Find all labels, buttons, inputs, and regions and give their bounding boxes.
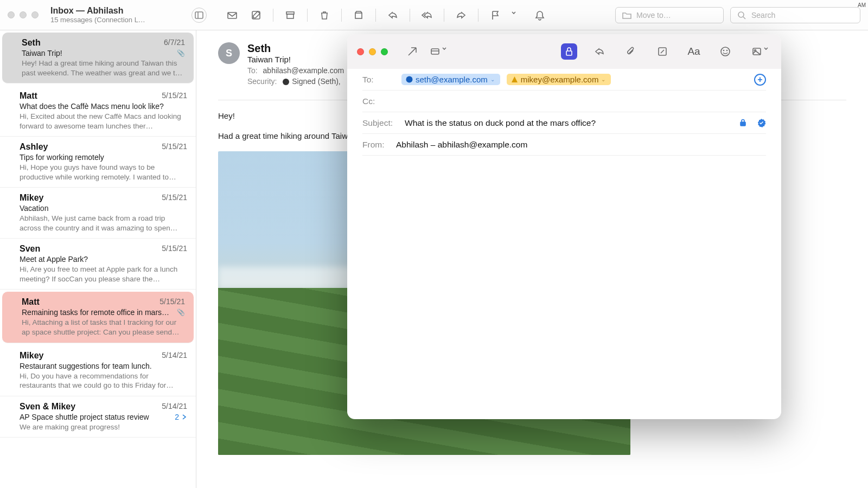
thread-count: 2 — [175, 413, 187, 421]
search-placeholder: Search — [751, 11, 775, 20]
reader-sender-name: Seth — [247, 42, 344, 55]
list-icon — [430, 46, 441, 57]
message-row[interactable]: Mikey5/15/21 Vacation Abhilash, We just … — [0, 188, 196, 239]
window-close-dot[interactable] — [8, 11, 15, 18]
msg-preview: Hi, Do you have a recommendations for re… — [20, 371, 187, 390]
msg-preview: Hi, Excited about the new Caffè Macs and… — [20, 112, 187, 131]
window-max-dot[interactable] — [31, 11, 39, 18]
reader-security-label: Security: — [247, 77, 277, 86]
msg-subject: What does the Caffè Macs menu look like? — [20, 102, 187, 111]
msg-sender: Seth — [22, 38, 41, 48]
compose-max-dot[interactable] — [381, 48, 388, 55]
move-to-placeholder: Move to… — [636, 11, 671, 20]
msg-subject: Tips for working remotely — [20, 153, 187, 162]
reply-icon — [387, 10, 398, 21]
forward-icon — [456, 10, 467, 21]
compose-close-dot[interactable] — [357, 48, 364, 55]
archive-button[interactable] — [281, 7, 299, 23]
toolbar-separator — [410, 9, 410, 22]
svg-point-14 — [721, 47, 730, 56]
send-button[interactable] — [403, 42, 422, 61]
msg-subject: Vacation — [20, 204, 187, 213]
flag-button[interactable] — [486, 7, 505, 23]
junk-button[interactable] — [349, 7, 368, 23]
message-list[interactable]: Seth6/7/21 Taiwan Trip!📎 Hey! Had a grea… — [0, 30, 196, 488]
new-mail-button[interactable] — [223, 7, 241, 23]
message-row[interactable]: Matt5/15/21 What does the Caffè Macs men… — [0, 86, 196, 137]
photo-button[interactable] — [748, 42, 771, 61]
attach-button[interactable] — [622, 42, 640, 61]
move-to-field[interactable]: Move to… — [615, 7, 724, 23]
compose-window: Aa To: seth@example.com ⌄ mikey@example.… — [347, 34, 781, 419]
to-field[interactable]: To: seth@example.com ⌄ mikey@example.com… — [362, 69, 766, 91]
compose-traffic-lights[interactable] — [357, 48, 388, 55]
reply-all-icon — [422, 10, 432, 21]
window-traffic-lights[interactable] — [8, 11, 39, 18]
verified-icon — [406, 76, 413, 83]
forward-button[interactable] — [452, 7, 470, 23]
recipient-chip[interactable]: seth@example.com ⌄ — [401, 74, 500, 85]
compose-toolbar: Aa — [347, 34, 781, 69]
compose-button[interactable] — [247, 7, 265, 23]
junk-icon — [353, 10, 364, 21]
msg-sender: Matt — [20, 91, 37, 101]
reader-to-value: abhilash@example.com — [263, 66, 344, 75]
msg-sender: Matt — [22, 297, 40, 307]
chevron-down-icon — [763, 46, 768, 57]
header-fields-button[interactable] — [426, 42, 450, 61]
lock-icon — [739, 118, 747, 126]
emoji-button[interactable] — [716, 42, 735, 61]
reply-all-button[interactable] — [418, 7, 436, 23]
envelope-icon — [227, 10, 238, 21]
subject-label: Subject: — [362, 118, 398, 128]
sidebar-toggle-button[interactable] — [192, 8, 207, 23]
markup-button[interactable] — [653, 42, 672, 61]
toolbar-separator — [273, 9, 273, 22]
encrypt-button[interactable] — [561, 43, 577, 60]
flag-icon — [490, 10, 501, 21]
subject-field[interactable]: Subject: What is the status on duck pond… — [362, 112, 766, 134]
search-field[interactable]: Search — [730, 7, 860, 23]
add-recipient-button[interactable]: + — [754, 74, 766, 86]
message-row[interactable]: Matt5/15/21 Remaining tasks for remote o… — [2, 292, 194, 343]
chevron-down-icon — [442, 46, 446, 57]
photo-icon — [751, 46, 762, 57]
compose-min-dot[interactable] — [369, 48, 376, 55]
from-field[interactable]: From: Abhilash – abhilash@example.com — [362, 134, 766, 156]
flag-menu-button[interactable] — [510, 7, 518, 23]
svg-point-19 — [406, 76, 413, 83]
recipient-address: mikey@example.com — [521, 75, 599, 84]
svg-rect-5 — [287, 14, 293, 18]
cc-field[interactable]: Cc: — [362, 91, 766, 112]
message-row[interactable]: Seth6/7/21 Taiwan Trip!📎 Hey! Had a grea… — [2, 33, 194, 84]
window-min-dot[interactable] — [20, 11, 27, 18]
reply-button[interactable] — [384, 7, 402, 23]
am-indicator: AM — [858, 2, 866, 8]
compose-body[interactable] — [347, 156, 781, 419]
recipient-chip[interactable]: mikey@example.com ⌄ — [507, 74, 611, 85]
from-value: Abhilash – abhilash@example.com — [396, 140, 527, 150]
toolbar-right: Move to… Search — [615, 7, 860, 23]
chevron-down-icon — [511, 10, 516, 21]
message-row[interactable]: Sven & Mikey5/14/21 AP Space shuttle pro… — [0, 396, 196, 438]
message-row[interactable]: Ashley5/15/21 Tips for working remotely … — [0, 137, 196, 188]
svg-rect-10 — [431, 49, 439, 54]
format-button[interactable]: Aa — [685, 42, 703, 61]
msg-preview: Hey! Had a great time hiking around Taiw… — [22, 59, 185, 78]
msg-sender: Mikey — [20, 351, 43, 361]
msg-subject: Remaining tasks for remote office in mar… — [22, 308, 185, 317]
svg-point-15 — [724, 50, 724, 51]
send-icon — [407, 46, 418, 57]
chevron-down-icon: ⌄ — [601, 76, 605, 82]
chevron-right-icon — [181, 414, 187, 420]
msg-preview: Hi, Hope you guys have found ways to be … — [20, 163, 187, 182]
compose-reply-button[interactable] — [590, 42, 609, 61]
window-title: Inbox — Abhilash — [50, 6, 192, 16]
recipient-address: seth@example.com — [416, 75, 488, 84]
message-row[interactable]: Sven5/15/21 Meet at Apple Park? Hi, Are … — [0, 239, 196, 290]
notifications-button[interactable] — [531, 7, 549, 23]
main-toolbar — [223, 7, 549, 23]
message-row[interactable]: Mikey5/14/21 Restaurant suggestions for … — [0, 345, 196, 396]
lock-icon — [564, 46, 575, 57]
delete-button[interactable] — [315, 7, 334, 23]
